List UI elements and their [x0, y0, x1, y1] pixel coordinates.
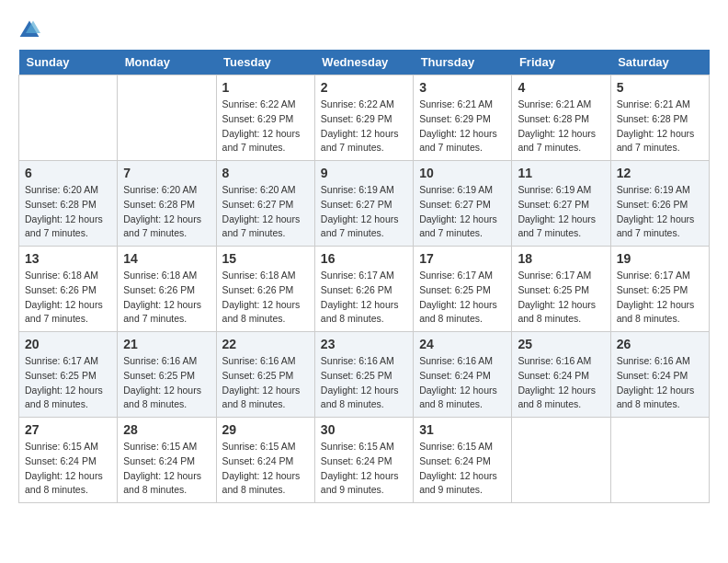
week-row-3: 13Sunrise: 6:18 AM Sunset: 6:26 PM Dayli…	[19, 247, 710, 332]
week-row-1: 1Sunrise: 6:22 AM Sunset: 6:29 PM Daylig…	[19, 75, 710, 161]
calendar-cell: 30Sunrise: 6:15 AM Sunset: 6:24 PM Dayli…	[314, 418, 413, 503]
day-info: Sunrise: 6:19 AM Sunset: 6:26 PM Dayligh…	[617, 184, 695, 238]
logo	[18, 18, 48, 40]
day-info: Sunrise: 6:17 AM Sunset: 6:26 PM Dayligh…	[321, 270, 399, 324]
day-number: 26	[617, 337, 703, 351]
calendar-cell: 13Sunrise: 6:18 AM Sunset: 6:26 PM Dayli…	[19, 247, 118, 332]
calendar-cell: 5Sunrise: 6:21 AM Sunset: 6:28 PM Daylig…	[610, 75, 709, 161]
calendar-cell: 31Sunrise: 6:15 AM Sunset: 6:24 PM Dayli…	[414, 418, 512, 503]
calendar-cell	[512, 418, 610, 503]
day-info: Sunrise: 6:15 AM Sunset: 6:24 PM Dayligh…	[321, 441, 399, 495]
day-number: 9	[321, 166, 407, 180]
day-info: Sunrise: 6:17 AM Sunset: 6:25 PM Dayligh…	[25, 355, 103, 409]
calendar-cell: 3Sunrise: 6:21 AM Sunset: 6:29 PM Daylig…	[414, 75, 512, 161]
page-header	[18, 18, 710, 40]
day-number: 27	[25, 422, 111, 437]
calendar-cell: 9Sunrise: 6:19 AM Sunset: 6:27 PM Daylig…	[314, 161, 413, 247]
day-number: 4	[518, 80, 604, 95]
day-number: 21	[123, 337, 210, 351]
calendar-cell: 19Sunrise: 6:17 AM Sunset: 6:25 PM Dayli…	[610, 247, 709, 332]
calendar-header-row: SundayMondayTuesdayWednesdayThursdayFrid…	[19, 50, 710, 75]
day-number: 31	[419, 422, 506, 437]
calendar-cell: 27Sunrise: 6:15 AM Sunset: 6:24 PM Dayli…	[19, 418, 118, 503]
day-info: Sunrise: 6:16 AM Sunset: 6:25 PM Dayligh…	[123, 355, 201, 409]
calendar-cell: 23Sunrise: 6:16 AM Sunset: 6:25 PM Dayli…	[314, 332, 413, 418]
day-info: Sunrise: 6:16 AM Sunset: 6:24 PM Dayligh…	[518, 355, 596, 409]
day-number: 24	[419, 337, 506, 351]
day-header-sunday: Sunday	[19, 50, 118, 75]
day-info: Sunrise: 6:21 AM Sunset: 6:28 PM Dayligh…	[518, 98, 596, 153]
calendar-cell: 2Sunrise: 6:22 AM Sunset: 6:29 PM Daylig…	[314, 75, 413, 161]
day-number: 28	[123, 422, 210, 437]
day-info: Sunrise: 6:16 AM Sunset: 6:24 PM Dayligh…	[419, 355, 497, 409]
calendar-cell	[19, 75, 118, 161]
day-info: Sunrise: 6:20 AM Sunset: 6:27 PM Dayligh…	[222, 184, 301, 238]
calendar-body: 1Sunrise: 6:22 AM Sunset: 6:29 PM Daylig…	[19, 75, 710, 503]
day-number: 5	[617, 80, 703, 95]
day-info: Sunrise: 6:20 AM Sunset: 6:28 PM Dayligh…	[25, 184, 103, 238]
calendar-cell: 14Sunrise: 6:18 AM Sunset: 6:26 PM Dayli…	[118, 247, 216, 332]
calendar-cell: 12Sunrise: 6:19 AM Sunset: 6:26 PM Dayli…	[610, 161, 709, 247]
calendar-cell: 22Sunrise: 6:16 AM Sunset: 6:25 PM Dayli…	[216, 332, 314, 418]
day-info: Sunrise: 6:17 AM Sunset: 6:25 PM Dayligh…	[617, 270, 695, 324]
day-number: 3	[419, 80, 506, 95]
day-info: Sunrise: 6:15 AM Sunset: 6:24 PM Dayligh…	[419, 441, 497, 495]
day-info: Sunrise: 6:19 AM Sunset: 6:27 PM Dayligh…	[321, 184, 399, 238]
day-info: Sunrise: 6:19 AM Sunset: 6:27 PM Dayligh…	[419, 184, 497, 238]
day-header-monday: Monday	[118, 50, 216, 75]
day-info: Sunrise: 6:18 AM Sunset: 6:26 PM Dayligh…	[25, 270, 103, 324]
day-number: 14	[123, 251, 210, 266]
day-number: 18	[518, 251, 604, 266]
day-number: 8	[222, 166, 309, 180]
day-number: 13	[25, 251, 111, 266]
calendar-cell	[118, 75, 216, 161]
day-number: 16	[321, 251, 407, 266]
day-info: Sunrise: 6:15 AM Sunset: 6:24 PM Dayligh…	[25, 441, 103, 495]
day-info: Sunrise: 6:20 AM Sunset: 6:28 PM Dayligh…	[123, 184, 201, 238]
day-info: Sunrise: 6:16 AM Sunset: 6:25 PM Dayligh…	[321, 355, 399, 409]
calendar-cell: 29Sunrise: 6:15 AM Sunset: 6:24 PM Dayli…	[216, 418, 314, 503]
logo-icon	[18, 18, 40, 40]
calendar-cell: 6Sunrise: 6:20 AM Sunset: 6:28 PM Daylig…	[19, 161, 118, 247]
calendar-cell: 21Sunrise: 6:16 AM Sunset: 6:25 PM Dayli…	[118, 332, 216, 418]
day-info: Sunrise: 6:17 AM Sunset: 6:25 PM Dayligh…	[419, 270, 497, 324]
day-number: 11	[518, 166, 604, 180]
day-number: 1	[222, 80, 309, 95]
day-header-wednesday: Wednesday	[314, 50, 413, 75]
day-number: 7	[123, 166, 210, 180]
calendar-cell: 8Sunrise: 6:20 AM Sunset: 6:27 PM Daylig…	[216, 161, 314, 247]
day-info: Sunrise: 6:22 AM Sunset: 6:29 PM Dayligh…	[222, 98, 301, 153]
calendar-cell: 25Sunrise: 6:16 AM Sunset: 6:24 PM Dayli…	[512, 332, 610, 418]
calendar-cell: 11Sunrise: 6:19 AM Sunset: 6:27 PM Dayli…	[512, 161, 610, 247]
calendar-cell: 1Sunrise: 6:22 AM Sunset: 6:29 PM Daylig…	[216, 75, 314, 161]
day-header-friday: Friday	[512, 50, 610, 75]
calendar-cell: 26Sunrise: 6:16 AM Sunset: 6:24 PM Dayli…	[610, 332, 709, 418]
week-row-2: 6Sunrise: 6:20 AM Sunset: 6:28 PM Daylig…	[19, 161, 710, 247]
calendar-cell: 10Sunrise: 6:19 AM Sunset: 6:27 PM Dayli…	[414, 161, 512, 247]
day-number: 22	[222, 337, 309, 351]
day-info: Sunrise: 6:18 AM Sunset: 6:26 PM Dayligh…	[123, 270, 201, 324]
day-info: Sunrise: 6:15 AM Sunset: 6:24 PM Dayligh…	[123, 441, 201, 495]
day-number: 2	[321, 80, 407, 95]
calendar-cell: 7Sunrise: 6:20 AM Sunset: 6:28 PM Daylig…	[118, 161, 216, 247]
day-number: 29	[222, 422, 309, 437]
day-info: Sunrise: 6:21 AM Sunset: 6:28 PM Dayligh…	[617, 98, 695, 153]
day-info: Sunrise: 6:16 AM Sunset: 6:25 PM Dayligh…	[222, 355, 301, 409]
day-number: 19	[617, 251, 703, 266]
day-header-saturday: Saturday	[610, 50, 709, 75]
calendar-cell	[610, 418, 709, 503]
day-number: 6	[25, 166, 111, 180]
calendar-cell: 18Sunrise: 6:17 AM Sunset: 6:25 PM Dayli…	[512, 247, 610, 332]
calendar-cell: 17Sunrise: 6:17 AM Sunset: 6:25 PM Dayli…	[414, 247, 512, 332]
calendar-cell: 16Sunrise: 6:17 AM Sunset: 6:26 PM Dayli…	[314, 247, 413, 332]
day-info: Sunrise: 6:22 AM Sunset: 6:29 PM Dayligh…	[321, 98, 399, 153]
week-row-5: 27Sunrise: 6:15 AM Sunset: 6:24 PM Dayli…	[19, 418, 710, 503]
day-info: Sunrise: 6:18 AM Sunset: 6:26 PM Dayligh…	[222, 270, 301, 324]
calendar-cell: 20Sunrise: 6:17 AM Sunset: 6:25 PM Dayli…	[19, 332, 118, 418]
day-number: 15	[222, 251, 309, 266]
day-number: 20	[25, 337, 111, 351]
day-number: 25	[518, 337, 604, 351]
day-info: Sunrise: 6:17 AM Sunset: 6:25 PM Dayligh…	[518, 270, 596, 324]
day-number: 30	[321, 422, 407, 437]
calendar-cell: 28Sunrise: 6:15 AM Sunset: 6:24 PM Dayli…	[118, 418, 216, 503]
